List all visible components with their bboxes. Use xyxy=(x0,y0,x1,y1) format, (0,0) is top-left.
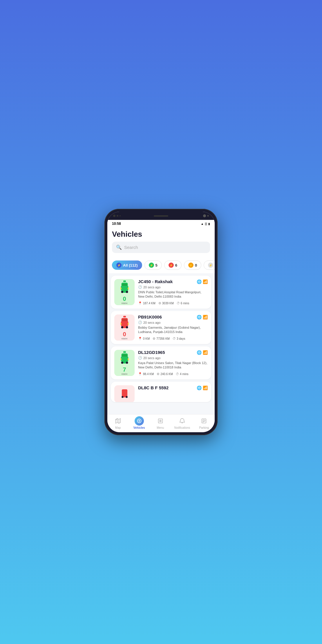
clock-icon: 🕐 xyxy=(138,356,142,360)
bottom-nav: Map Vehicles xyxy=(107,414,215,432)
status-time: 10:58 xyxy=(112,222,121,226)
stat-odometer-value: 77356 KM xyxy=(156,337,170,340)
signal-icon: 📶 xyxy=(203,279,208,284)
svg-point-31 xyxy=(138,420,140,422)
vehicle-card[interactable]: 7 KM/H DL12GD1965 🌐 📶 🕐 xyxy=(111,346,211,379)
location-icon: 📍 xyxy=(138,337,142,341)
filter-tab-green[interactable]: ⚡ 5 xyxy=(144,261,162,270)
speed-unit: KM/H xyxy=(122,337,127,340)
vehicle-stats: 📍 0 KM ⚙ 77356 KM ⏱ 3 days xyxy=(138,337,208,341)
vehicle-status-icons: 🌐 📶 xyxy=(197,315,208,319)
vehicle-card[interactable]: DL8C B F 5592 🌐 📶 xyxy=(111,382,211,402)
stat-time: ⏱ 3 days xyxy=(173,337,185,341)
car-icon xyxy=(118,280,131,296)
car-icon xyxy=(120,388,130,400)
filter-tab-yellow[interactable]: ⚡ 0 xyxy=(184,261,201,270)
vehicle-status-icons: 🌐 📶 xyxy=(197,350,208,355)
nav-map-label: Map xyxy=(115,426,121,429)
vehicle-name: PB91K0006 xyxy=(138,314,162,319)
app-content: Vehicles 🔍 Search ⚡ All (112) ⚡ 5 xyxy=(107,226,215,414)
nav-item-parking[interactable]: Parking xyxy=(197,416,211,429)
signal-bar-icon: ||| xyxy=(205,222,207,225)
vehicle-info-header: JC450 - Rakshak 🌐 📶 xyxy=(138,279,208,284)
svg-point-26 xyxy=(126,396,127,398)
nav-item-notifications[interactable]: Notifications xyxy=(174,416,190,429)
stat-distance: 📍 187.4 KM xyxy=(138,301,155,305)
svg-point-11 xyxy=(121,326,123,328)
vehicle-list: 0 KM/H JC450 - Rakshak 🌐 📶 🕐 xyxy=(107,273,215,404)
clock-icon: 🕐 xyxy=(138,285,142,289)
vehicle-speed: 7 xyxy=(123,367,126,372)
vehicle-info-header: DL8C B F 5592 🌐 📶 xyxy=(138,385,208,390)
nav-vehicles-label: Vehicles xyxy=(133,426,145,429)
odometer-icon: ⚙ xyxy=(153,337,155,341)
filter-tabs: ⚡ All (112) ⚡ 5 ⚡ 6 ⚡ 0 xyxy=(107,258,215,273)
svg-rect-36 xyxy=(202,419,206,423)
odometer-icon: ⚙ xyxy=(157,372,160,376)
notch-bar xyxy=(107,212,215,220)
filter-tab-red[interactable]: ⚡ 6 xyxy=(164,261,182,270)
svg-point-20 xyxy=(126,361,128,363)
vehicle-address: Kaya Palat Unisex Salon, Tilak Nagar (Bl… xyxy=(138,361,208,370)
svg-point-3 xyxy=(121,291,123,293)
svg-rect-10 xyxy=(121,321,128,326)
time-ago: 20 secs ago xyxy=(143,356,160,360)
svg-rect-15 xyxy=(123,316,126,317)
page-title: Vehicles xyxy=(112,230,210,239)
svg-point-4 xyxy=(126,291,128,293)
search-bar[interactable]: 🔍 Search xyxy=(112,242,210,253)
nav-item-vehicles[interactable]: Vehicles xyxy=(132,416,146,429)
svg-rect-21 xyxy=(120,358,121,360)
stat-time: ⏱ 6 mins xyxy=(177,301,189,305)
menu-icon xyxy=(156,416,165,426)
vehicle-address: DNN Public Toilet,Hospital Road Mangolpu… xyxy=(138,290,208,299)
location-icon: 📍 xyxy=(138,372,142,376)
stat-odometer-value: 240.6 KM xyxy=(160,372,173,376)
bolt-icon-gray: ⚡ xyxy=(208,263,213,268)
parking-icon xyxy=(199,416,209,426)
svg-rect-5 xyxy=(120,287,121,289)
filter-tab-gray[interactable]: ⚡ 101 xyxy=(204,261,215,270)
app-header: Vehicles 🔍 Search xyxy=(107,226,215,258)
nav-item-map[interactable]: Map xyxy=(111,416,125,429)
globe-icon: 🌐 xyxy=(197,386,202,390)
odometer-icon: ⚙ xyxy=(158,301,161,305)
nav-item-menu[interactable]: Menu xyxy=(153,416,168,429)
timer-icon: ⏱ xyxy=(176,372,179,376)
vehicle-info-header: PB91K0006 🌐 📶 xyxy=(138,314,208,319)
svg-rect-14 xyxy=(128,323,129,325)
filter-tab-all[interactable]: ⚡ All (112) xyxy=(112,261,142,270)
svg-rect-2 xyxy=(121,286,128,291)
stat-time-value: 3 days xyxy=(177,337,185,340)
signal-icon: 📶 xyxy=(203,386,208,390)
vehicle-stats: 📍 187.4 KM ⚙ 3039 KM ⏱ 6 mins xyxy=(138,301,208,305)
stat-odometer-value: 3039 KM xyxy=(162,302,174,305)
bolt-icon-all: ⚡ xyxy=(116,263,122,268)
search-icon: 🔍 xyxy=(116,245,122,250)
signal-icon: 📶 xyxy=(203,315,208,319)
bolt-icon-yellow: ⚡ xyxy=(188,263,193,268)
vehicle-info: DL12GD1965 🌐 📶 🕐 20 secs ago Kaya Palat … xyxy=(138,350,208,376)
globe-icon: 🌐 xyxy=(197,350,202,355)
phone-screen: 10:58 ▲ ||| ▮ Vehicles 🔍 Search xyxy=(107,212,215,432)
stat-distance-value: 88.4 KM xyxy=(143,372,154,376)
search-placeholder: Search xyxy=(124,245,138,250)
vehicle-card[interactable]: 0 KM/H JC450 - Rakshak 🌐 📶 🕐 xyxy=(111,276,211,309)
vehicle-card[interactable]: 0 KM/H PB91K0006 🌐 📶 🕐 xyxy=(111,311,211,344)
svg-rect-23 xyxy=(123,351,126,353)
globe-icon: 🌐 xyxy=(197,279,202,284)
vehicle-speed: 0 xyxy=(123,331,126,337)
signal-icon: 📶 xyxy=(203,350,208,355)
svg-rect-6 xyxy=(128,287,129,289)
stat-time-value: 4 mins xyxy=(180,372,188,376)
status-icons: ▲ ||| ▮ xyxy=(201,222,210,225)
vehicle-info: DL8C B F 5592 🌐 📶 xyxy=(138,385,208,391)
vehicle-thumb xyxy=(114,385,135,402)
vehicle-name: DL8C B F 5592 xyxy=(138,385,169,390)
stat-time-value: 6 mins xyxy=(181,302,189,305)
stat-time: ⏱ 4 mins xyxy=(176,372,188,376)
vehicle-time: 🕐 20 secs ago xyxy=(138,321,208,324)
vehicle-info: PB91K0006 🌐 📶 🕐 20 secs ago Bobby Garmen… xyxy=(138,314,208,341)
map-icon xyxy=(113,416,123,426)
stat-distance-value: 187.4 KM xyxy=(143,302,155,305)
